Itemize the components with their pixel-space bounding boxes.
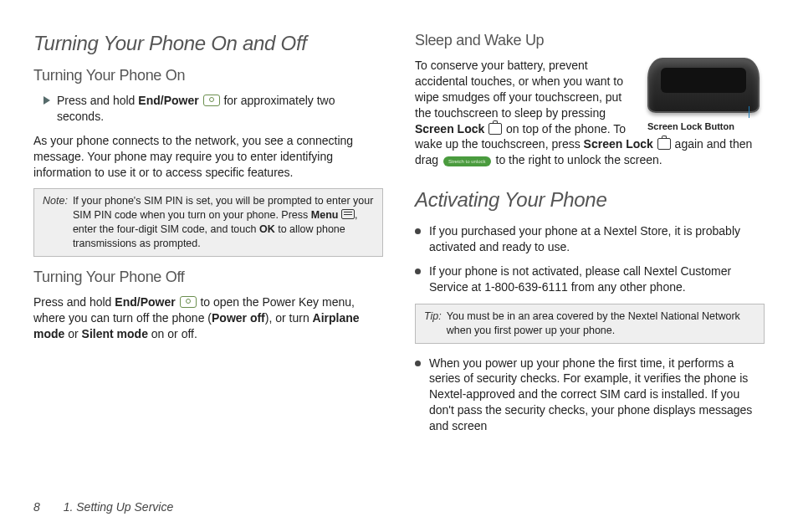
- dot-bullet-icon: [415, 228, 421, 234]
- page-number: 8: [33, 500, 40, 514]
- text: If your phone is not activated, please c…: [429, 263, 765, 295]
- text: ), or turn: [265, 311, 313, 325]
- tip-body: You must be in an area covered by the Ne…: [447, 309, 755, 338]
- ok-label: OK: [259, 223, 275, 235]
- end-power-icon: [203, 95, 220, 106]
- silent-mode-label: Silent mode: [82, 327, 148, 340]
- phone-illustration: Screen Lock Button: [647, 58, 765, 132]
- text: If you purchased your phone at a Nextel …: [429, 223, 765, 255]
- note-body: If your phone's SIM PIN is set, you will…: [73, 194, 374, 251]
- page-content: Turning Your Phone On and Off Turning Yo…: [0, 0, 798, 459]
- phone-shape-icon: [647, 58, 760, 113]
- text: Press and hold: [57, 94, 138, 107]
- menu-icon: [341, 209, 355, 219]
- right-column: Sleep and Wake Up Screen Lock Button To …: [415, 32, 765, 442]
- bullet-activated: If you purchased your phone at a Nextel …: [415, 223, 765, 255]
- end-power-label: End/Power: [138, 94, 198, 107]
- screen-lock-label: Screen Lock: [415, 122, 484, 136]
- menu-label: Menu: [311, 209, 339, 221]
- bullet-not-activated: If your phone is not activated, please c…: [415, 263, 765, 295]
- tip-label: Tip:: [424, 309, 442, 338]
- end-power-label: End/Power: [115, 295, 175, 309]
- bullet-press-hold-on: Press and hold End/Power for approximate…: [43, 93, 383, 125]
- text: or: [64, 327, 81, 340]
- heading-on-off: Turning Your Phone On and Off: [33, 32, 383, 55]
- unlock-pill-icon: Stretch to unlock: [443, 156, 491, 166]
- dot-bullet-icon: [415, 269, 421, 274]
- lock-icon: [657, 138, 671, 150]
- text: To conserve your battery, prevent accide…: [415, 59, 623, 120]
- text: Press and hold: [33, 295, 115, 309]
- note-label: Note:: [43, 194, 68, 251]
- page-footer: 8 1. Setting Up Service: [33, 500, 173, 514]
- section-title: 1. Setting Up Service: [64, 500, 174, 514]
- left-column: Turning Your Phone On and Off Turning Yo…: [33, 32, 383, 442]
- dot-bullet-icon: [415, 361, 421, 366]
- text: to the right to unlock the screen.: [493, 153, 662, 166]
- phone-caption: Screen Lock Button: [647, 121, 765, 132]
- note-sim-pin: Note: If your phone's SIM PIN is set, yo…: [33, 188, 383, 257]
- triangle-bullet-icon: [43, 96, 50, 105]
- power-off-label: Power off: [212, 311, 265, 325]
- heading-turning-on: Turning Your Phone On: [33, 67, 383, 84]
- pointer-line-icon: [749, 106, 750, 118]
- tip-coverage: Tip: You must be in an area covered by t…: [415, 304, 765, 344]
- heading-activating: Activating Your Phone: [415, 188, 765, 212]
- connecting-paragraph: As your phone connects to the network, y…: [33, 133, 383, 181]
- lock-icon: [489, 123, 502, 135]
- heading-sleep-wake: Sleep and Wake Up: [415, 32, 765, 49]
- bullet-security-checks: When you power up your phone the first t…: [415, 356, 765, 434]
- end-power-icon: [180, 296, 197, 308]
- text: When you power up your phone the first t…: [429, 356, 765, 434]
- turning-off-paragraph: Press and hold End/Power to open the Pow…: [33, 294, 383, 342]
- heading-turning-off: Turning Your Phone Off: [33, 269, 383, 286]
- sleep-wake-block: Screen Lock Button To conserve your batt…: [415, 58, 765, 176]
- text: on or off.: [148, 327, 197, 340]
- screen-lock-label: Screen Lock: [584, 137, 653, 151]
